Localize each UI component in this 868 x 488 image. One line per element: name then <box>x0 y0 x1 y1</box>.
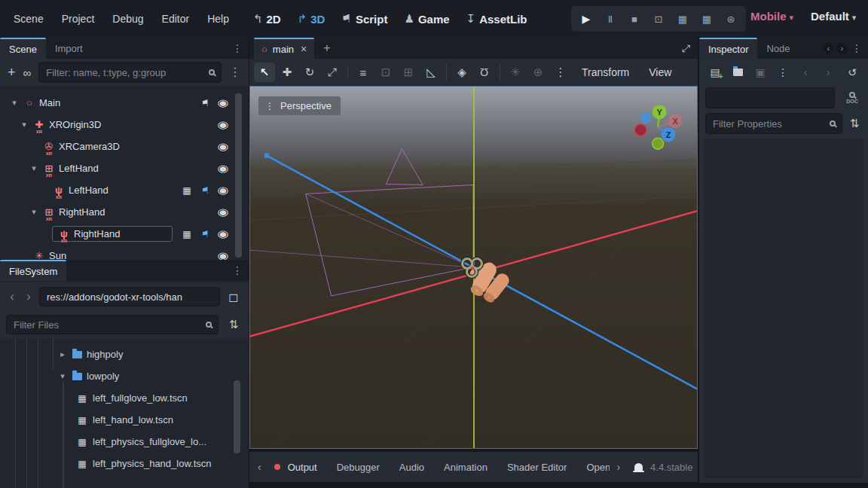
stop-button[interactable]: ■ <box>625 14 643 25</box>
menu-project[interactable]: Project <box>54 8 102 29</box>
tab-node[interactable]: Node <box>757 38 799 59</box>
scene-tree-scrollbar[interactable] <box>235 93 242 258</box>
perspective-menu-button[interactable]: ⋮ Perspective <box>258 96 341 115</box>
notifications-bell-icon[interactable] <box>634 463 643 471</box>
back-button[interactable]: ‹ <box>6 289 18 304</box>
workspace-script-button[interactable]: ⚑ Script <box>335 8 393 30</box>
pause-button[interactable]: Ⅱ <box>601 14 619 25</box>
eye-icon[interactable]: ◉ <box>215 228 231 239</box>
transform-menu[interactable]: Transform <box>573 66 638 78</box>
eye-icon[interactable]: ◉ <box>215 97 231 108</box>
tree-row-lefthand-model[interactable]: ψXR LeftHand ▦ ⚑ ◉ <box>0 179 249 201</box>
script-icon[interactable]: ⚑ <box>197 185 212 196</box>
chevron-down-icon[interactable]: ▾ <box>57 371 68 381</box>
tab-inspector[interactable]: Inspector <box>699 38 757 59</box>
local-space-button[interactable]: ◈ <box>451 66 472 79</box>
eye-icon[interactable]: ◉ <box>215 250 231 260</box>
movie-maker-button[interactable]: ⊛ <box>722 14 740 25</box>
script-icon[interactable]: ⚑ <box>197 229 212 239</box>
open-docs-button[interactable]: DOC <box>841 87 863 108</box>
remote-debug-button[interactable]: ⊡ <box>649 14 668 25</box>
panel-openxr[interactable]: OpenXR <box>578 462 610 473</box>
sort-files-icon[interactable]: ⇅ <box>225 318 243 331</box>
menu-editor[interactable]: Editor <box>154 8 197 29</box>
tree-row-sun[interactable]: ✳ Sun ◉ <box>0 245 249 260</box>
menu-scene[interactable]: Scene <box>6 8 51 29</box>
workspace-game-button[interactable]: ♟ Game <box>398 8 455 30</box>
chevron-down-icon[interactable]: ▾ <box>29 163 39 173</box>
instantiate-scene-button[interactable]: ∞ <box>23 66 32 79</box>
instanced-scene-icon[interactable]: ▦ <box>179 185 194 196</box>
scroll-right-icon[interactable]: › <box>613 461 624 473</box>
node-rename-field[interactable]: ψXR RightHand <box>52 226 173 242</box>
close-icon[interactable]: × <box>301 43 307 55</box>
object-name-field[interactable] <box>705 87 835 108</box>
property-filter-input[interactable] <box>705 113 842 134</box>
preview-environment-button[interactable]: ⊕ <box>527 66 549 79</box>
move-mode-button[interactable]: ✚ <box>277 66 298 79</box>
ruler-mode-button[interactable]: ◺ <box>420 66 442 79</box>
rotate-mode-button[interactable]: ↻ <box>299 66 320 79</box>
workspace-assetlib-button[interactable]: ↧ AssetLib <box>460 8 533 30</box>
history-back-icon[interactable]: ‹ <box>823 43 834 54</box>
scene-tab-main[interactable]: ○ main × <box>254 38 314 59</box>
workspace-2d-button[interactable]: ↰ 2D <box>247 8 287 30</box>
script-icon[interactable]: ⚑ <box>197 98 212 108</box>
tree-row-righthand-controller[interactable]: ▾ ⊞XR RightHand ◉ <box>0 201 249 223</box>
preview-sunlight-button[interactable]: ✳ <box>505 66 526 79</box>
play-scene-button[interactable]: ▦ <box>674 14 692 25</box>
eye-icon[interactable]: ◉ <box>215 119 231 130</box>
tree-row-righthand-model[interactable]: ψXR RightHand ▦ ⚑ ◉ <box>0 223 249 245</box>
path-field[interactable] <box>39 287 220 307</box>
new-scene-tab-button[interactable]: + <box>314 38 339 59</box>
resource-options-icon[interactable]: ⋮ <box>772 66 794 78</box>
split-view-button[interactable]: ◻ <box>225 290 243 304</box>
tab-scene[interactable]: Scene <box>0 38 46 59</box>
expand-viewport-icon[interactable]: ⤢ <box>674 38 698 59</box>
eye-icon[interactable]: ◉ <box>215 185 231 196</box>
scene-tree-menu-icon[interactable]: ⋮ <box>229 66 241 78</box>
group-button[interactable]: ⊞ <box>398 66 419 79</box>
chevron-down-icon[interactable]: ▾ <box>19 120 29 130</box>
workspace-3d-button[interactable]: ↱ 3D <box>292 8 332 30</box>
tree-row-xrcamera3d[interactable]: ✇XR XRCamera3D ◉ <box>0 136 249 157</box>
select-mode-button[interactable]: ↖ <box>254 63 275 82</box>
tree-row-lefthand-controller[interactable]: ▾ ⊞XR LeftHand ◉ <box>0 157 249 179</box>
instanced-scene-icon[interactable]: ▦ <box>179 229 194 239</box>
tree-row-xrorigin3d[interactable]: ▾ ✚XR XROrigin3D ◉ <box>0 114 249 136</box>
tree-row-main[interactable]: ▾ ○ Main ⚑ ◉ <box>0 92 249 114</box>
menu-help[interactable]: Help <box>200 8 237 29</box>
scale-mode-button[interactable]: ⤢ <box>322 66 343 79</box>
save-resource-button[interactable]: ▣ <box>749 66 772 78</box>
snap-button[interactable]: Ω <box>474 66 495 79</box>
scene-dock-menu-icon[interactable]: ⋮ <box>232 43 249 53</box>
play-button[interactable]: ▶ <box>577 13 595 25</box>
eye-icon[interactable]: ◉ <box>215 163 231 174</box>
new-resource-button[interactable]: ▤+ <box>704 66 726 78</box>
edit-forward-icon[interactable]: › <box>817 66 839 78</box>
chevron-down-icon[interactable]: ▾ <box>9 98 20 108</box>
panel-shader-editor[interactable]: Shader Editor <box>499 462 576 473</box>
renderer-dropdown[interactable]: Default▾ <box>811 10 856 23</box>
forward-button[interactable]: › <box>23 289 35 304</box>
3d-viewport[interactable]: X Y Z ⋮ Perspective <box>249 86 698 449</box>
scroll-left-icon[interactable]: ‹ <box>254 461 265 473</box>
panel-debugger[interactable]: Debugger <box>329 462 388 473</box>
eye-icon[interactable]: ◉ <box>215 141 231 152</box>
panel-audio[interactable]: Audio <box>391 462 432 473</box>
history-forward-icon[interactable]: › <box>836 43 848 54</box>
inspector-menu-icon[interactable]: ⋮ <box>848 43 868 53</box>
scene-filter-input[interactable] <box>38 62 222 83</box>
chevron-right-icon[interactable]: ▸ <box>57 349 68 359</box>
run-profile-dropdown[interactable]: Mobile▾ <box>750 10 793 23</box>
extra-options-icon[interactable]: ⋮ <box>550 66 571 79</box>
edit-back-icon[interactable]: ‹ <box>794 66 817 78</box>
filesystem-menu-icon[interactable]: ⋮ <box>232 265 249 276</box>
panel-animation[interactable]: Animation <box>436 462 496 473</box>
tab-import[interactable]: Import <box>46 38 92 59</box>
file-tree-scrollbar[interactable] <box>234 380 240 453</box>
lock-button[interactable]: ⊡ <box>375 66 396 79</box>
view-menu[interactable]: View <box>640 66 680 78</box>
play-custom-scene-button[interactable]: ▦ <box>698 14 716 25</box>
file-filter-input[interactable] <box>6 315 219 334</box>
